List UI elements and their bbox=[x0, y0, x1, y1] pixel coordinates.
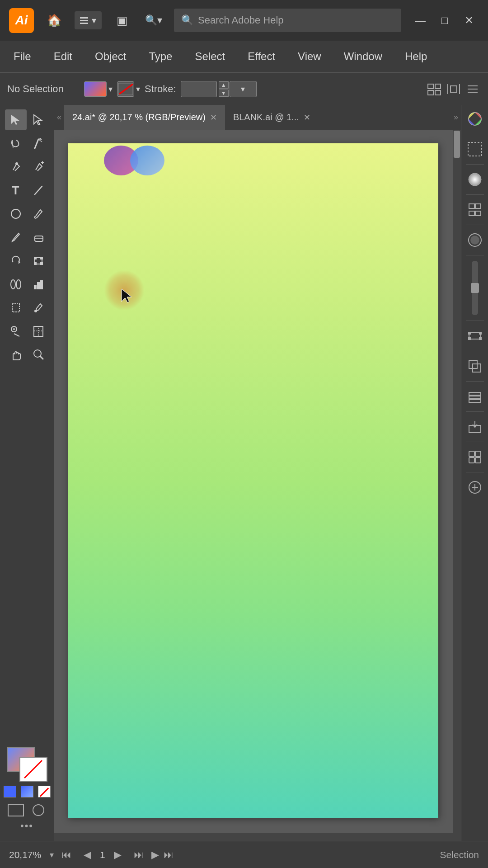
vertical-scroll-thumb[interactable] bbox=[454, 131, 460, 158]
svg-rect-56 bbox=[475, 211, 481, 216]
ellipse-tool[interactable] bbox=[5, 203, 27, 224]
slice-tool[interactable] bbox=[28, 321, 49, 342]
align-to-selection-button[interactable] bbox=[427, 81, 443, 97]
gradient-button[interactable] bbox=[19, 785, 35, 798]
menu-help[interactable]: Help bbox=[400, 47, 432, 66]
artboard-tool[interactable] bbox=[5, 297, 27, 318]
minimize-button[interactable]: — bbox=[410, 10, 430, 30]
more-tools-button[interactable]: ••• bbox=[20, 820, 33, 832]
rotate-tool[interactable] bbox=[5, 250, 27, 271]
menu-file[interactable]: File bbox=[9, 47, 36, 66]
stroke-color-swatch[interactable] bbox=[19, 757, 47, 782]
eyedropper-tool[interactable] bbox=[28, 297, 49, 318]
tab-blankai-close[interactable]: ✕ bbox=[304, 113, 310, 123]
stroke-down-button[interactable]: ▼ bbox=[219, 90, 229, 97]
solid-color-button[interactable] bbox=[2, 785, 18, 798]
stroke-panel-button[interactable] bbox=[465, 140, 485, 159]
tab-24ai-close[interactable]: ✕ bbox=[210, 113, 217, 123]
ai-logo: Ai bbox=[9, 8, 34, 33]
menu-select[interactable]: Select bbox=[190, 47, 230, 66]
magic-wand-tool[interactable] bbox=[28, 133, 49, 154]
eyedropper-icon bbox=[32, 301, 45, 315]
fill-color-group[interactable]: ▾ bbox=[84, 81, 113, 97]
opacity-panel-button[interactable] bbox=[465, 231, 485, 250]
svg-rect-31 bbox=[40, 262, 43, 265]
zoom-slider[interactable] bbox=[472, 261, 478, 315]
stroke-none-swatch[interactable] bbox=[117, 81, 134, 97]
zoom-tool[interactable] bbox=[28, 344, 49, 365]
direct-selection-tool[interactable] bbox=[28, 109, 49, 130]
stroke-none-group[interactable]: ▾ bbox=[117, 81, 140, 97]
add-anchor-icon bbox=[32, 160, 45, 174]
canvas-area[interactable] bbox=[54, 130, 461, 841]
divider-9 bbox=[466, 411, 484, 412]
properties-button[interactable] bbox=[465, 81, 481, 97]
tab-24ai[interactable]: 24.ai* @ 20,17 % (RGB/Preview) ✕ bbox=[64, 105, 225, 130]
menu-bar: File Edit Object Type Select Effect View… bbox=[0, 41, 488, 72]
svg-rect-4 bbox=[428, 90, 433, 95]
lasso-tool[interactable] bbox=[5, 133, 27, 154]
add-anchor-tool[interactable] bbox=[28, 156, 49, 177]
doc-setup-button[interactable]: ▣ bbox=[111, 9, 133, 32]
transform-tool[interactable] bbox=[28, 250, 49, 271]
fill-gradient-swatch[interactable] bbox=[84, 81, 107, 97]
pen-tool[interactable] bbox=[5, 156, 27, 177]
asset-export-button[interactable] bbox=[465, 478, 485, 497]
menu-edit[interactable]: Edit bbox=[49, 47, 77, 66]
color-panel-button[interactable] bbox=[465, 109, 485, 128]
pencil-tool[interactable] bbox=[5, 227, 27, 248]
search-bar[interactable]: 🔍 Search Adobe Help bbox=[174, 9, 401, 32]
horizontal-scrollbar[interactable] bbox=[54, 833, 453, 841]
play-button[interactable]: ▶ bbox=[151, 849, 159, 861]
screen-mode-button[interactable] bbox=[28, 802, 49, 818]
search-dropdown-icon[interactable]: 🔍▾ bbox=[142, 9, 165, 32]
maximize-button[interactable]: □ bbox=[435, 10, 455, 30]
workspace-switcher[interactable]: ▾ bbox=[75, 11, 102, 29]
paintbrush-tool[interactable] bbox=[28, 203, 49, 224]
column-graph-tool[interactable] bbox=[28, 274, 49, 295]
collapse-right-icon[interactable]: » bbox=[451, 113, 461, 122]
none-button[interactable] bbox=[37, 785, 52, 798]
menu-type[interactable]: Type bbox=[144, 47, 177, 66]
svg-point-52 bbox=[469, 173, 481, 186]
view-mode-buttons bbox=[5, 802, 49, 818]
measure-tool[interactable] bbox=[5, 321, 27, 342]
libraries-button[interactable] bbox=[465, 448, 485, 467]
vertical-scrollbar[interactable] bbox=[453, 130, 461, 841]
stroke-value-input[interactable] bbox=[181, 81, 217, 97]
prev-page-button[interactable]: ◀ bbox=[79, 847, 95, 863]
collapse-left-icon[interactable]: « bbox=[54, 113, 64, 122]
transform-panel-button[interactable] bbox=[465, 326, 485, 345]
first-page-button[interactable]: ⏮ bbox=[58, 847, 75, 863]
align-panel-button[interactable] bbox=[465, 200, 485, 219]
stroke-unit-dropdown[interactable]: ▾ bbox=[230, 81, 257, 97]
stroke-dropdown-arrow[interactable]: ▾ bbox=[136, 84, 140, 94]
menu-window[interactable]: Window bbox=[339, 47, 387, 66]
end-button[interactable]: ⏭ bbox=[164, 849, 174, 861]
menu-effect[interactable]: Effect bbox=[243, 47, 280, 66]
selection-tool[interactable] bbox=[5, 109, 27, 130]
fill-dropdown-arrow[interactable]: ▾ bbox=[108, 84, 113, 94]
blend-tool[interactable] bbox=[5, 274, 27, 295]
stroke-up-button[interactable]: ▲ bbox=[219, 81, 229, 89]
workspace-dropdown-arrow: ▾ bbox=[92, 15, 96, 26]
line-tool[interactable] bbox=[28, 180, 49, 201]
menu-object[interactable]: Object bbox=[90, 47, 131, 66]
gradient-panel-button[interactable] bbox=[465, 170, 485, 189]
layers-button[interactable] bbox=[465, 387, 485, 406]
zoom-slider-thumb[interactable] bbox=[471, 283, 479, 293]
distribute-button[interactable] bbox=[446, 81, 462, 97]
hand-tool[interactable] bbox=[5, 344, 27, 365]
last-page-button[interactable]: ⏭ bbox=[131, 847, 147, 863]
menu-view[interactable]: View bbox=[293, 47, 326, 66]
close-button[interactable]: ✕ bbox=[459, 10, 479, 30]
normal-view-button[interactable] bbox=[5, 802, 26, 818]
export-button[interactable] bbox=[465, 417, 485, 436]
tab-blankai[interactable]: BLANK.ai @ 1... ✕ bbox=[225, 105, 319, 130]
eraser-tool[interactable] bbox=[28, 227, 49, 248]
home-button[interactable]: 🏠 bbox=[43, 9, 66, 32]
next-page-button[interactable]: ▶ bbox=[110, 847, 126, 863]
pathfinder-button[interactable] bbox=[465, 357, 485, 376]
zoom-dropdown-button[interactable]: ▾ bbox=[50, 850, 54, 860]
type-tool[interactable]: T bbox=[5, 180, 27, 201]
